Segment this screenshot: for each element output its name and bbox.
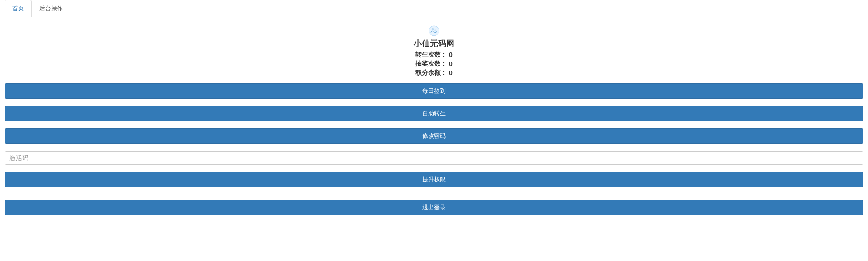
svg-point-0 [429,26,439,36]
stats-points: 积分余额： 0 [5,69,863,77]
stats-rebirth: 转生次数： 0 [5,51,863,59]
stats-rebirth-label: 转生次数： [415,51,447,59]
header-info: 小仙元码网 转生次数： 0 抽奖次数： 0 积分余额： 0 [5,25,863,77]
self-rebirth-button[interactable]: 自助转生 [5,106,863,121]
content-area: 小仙元码网 转生次数： 0 抽奖次数： 0 积分余额： 0 每日签到 自助转生 … [0,17,868,227]
avatar-icon [429,25,439,36]
stats-rebirth-value: 0 [449,51,453,58]
tab-bar: 首页 后台操作 [0,0,868,17]
stats-lottery-value: 0 [449,60,453,67]
stats-lottery: 抽奖次数： 0 [5,60,863,68]
svg-point-1 [432,28,434,30]
tab-home[interactable]: 首页 [5,0,32,17]
site-logo-icon [429,25,439,36]
logout-button[interactable]: 退出登录 [5,200,863,215]
site-title: 小仙元码网 [5,38,863,49]
change-password-button[interactable]: 修改密码 [5,128,863,144]
stats-lottery-label: 抽奖次数： [415,60,447,68]
stats-points-value: 0 [449,69,453,76]
activation-code-input[interactable] [5,151,863,165]
upgrade-privilege-button[interactable]: 提升权限 [5,172,863,187]
svg-point-2 [434,29,436,31]
daily-checkin-button[interactable]: 每日签到 [5,83,863,99]
action-buttons: 每日签到 自助转生 修改密码 提升权限 退出登录 [5,83,863,215]
stats-points-label: 积分余额： [415,69,447,77]
tab-admin[interactable]: 后台操作 [32,0,71,17]
